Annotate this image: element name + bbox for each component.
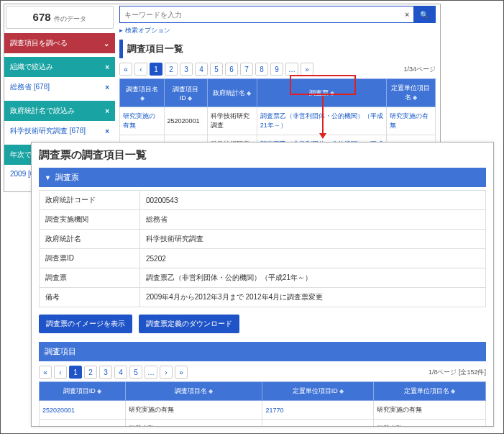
kv-row: 備考2009年4月から2012年3月まで 2012年4月に調査票変更 bbox=[40, 288, 486, 307]
pager-cell[interactable]: 2 bbox=[165, 63, 178, 76]
kv-value: 総務省 bbox=[140, 210, 486, 230]
band-survey[interactable]: ▼ 調査票 bbox=[39, 168, 486, 187]
pager-cell[interactable]: 8 bbox=[255, 63, 268, 76]
kv-row: 調査票ID25202 bbox=[40, 249, 486, 268]
pager-cell[interactable]: 2 bbox=[84, 366, 97, 379]
kv-key: 政府統計コード bbox=[40, 191, 140, 210]
pager-cell[interactable]: 6 bbox=[225, 63, 238, 76]
pager-cell[interactable]: › bbox=[160, 366, 173, 379]
cell[interactable]: 252020001 bbox=[40, 401, 126, 420]
pager-cell[interactable]: 7 bbox=[240, 63, 253, 76]
sub2-label: 科学技術研究調査 [678] bbox=[10, 126, 86, 136]
page-info-front: 1/8ページ [全152件] bbox=[429, 368, 486, 377]
pager-cell[interactable]: « bbox=[39, 366, 52, 379]
search-input[interactable] bbox=[120, 6, 400, 22]
col-header[interactable]: 定置単位項目ID◆ bbox=[262, 382, 373, 401]
col-header[interactable]: 調査項目ID◆ bbox=[164, 79, 207, 107]
band-label: 調査票 bbox=[55, 172, 79, 183]
pager-cell[interactable]: « bbox=[119, 63, 132, 76]
kv-table: 政府統計コード00200543調査実施機関総務省政府統計名科学技術研究調査調査票… bbox=[39, 190, 486, 307]
chevron-down-icon: ⌄ bbox=[104, 40, 109, 48]
kv-value: 科学技術研究調査 bbox=[140, 230, 486, 249]
cell: 研究実施の有無 bbox=[125, 401, 262, 420]
close-icon[interactable]: × bbox=[105, 83, 109, 91]
section-title: 調査項目一覧 bbox=[119, 40, 436, 58]
close-icon[interactable]: × bbox=[105, 127, 109, 135]
kv-key: 備考 bbox=[40, 288, 140, 307]
col-header[interactable]: 調査項目ID◆ bbox=[40, 382, 126, 401]
cell[interactable]: 研究実施の有無 bbox=[386, 107, 435, 135]
table-row: 252020001研究実施の有無21770研究実施の有無 bbox=[40, 401, 486, 420]
cell: 252020001 bbox=[164, 107, 207, 135]
pager-cell[interactable]: ‹ bbox=[134, 63, 147, 76]
kv-value: 25202 bbox=[140, 249, 486, 268]
red-label: 調査項目を調べる bbox=[10, 38, 68, 48]
front-table: 調査項目ID◆調査項目名◆定置単位項目ID◆定置単位項目名◆ 252020001… bbox=[39, 381, 486, 427]
pager-cell[interactable]: 5 bbox=[210, 63, 223, 76]
filter-stat[interactable]: 政府統計名で絞込み × bbox=[4, 101, 115, 121]
pager-cell[interactable]: 3 bbox=[99, 366, 112, 379]
pager-cell[interactable]: ‹ bbox=[54, 366, 67, 379]
search-box: × 🔍 bbox=[119, 6, 436, 23]
col-header[interactable]: 調査項目名◆ bbox=[120, 79, 165, 107]
close-icon[interactable]: × bbox=[105, 107, 109, 115]
pager-cell[interactable]: 3 bbox=[180, 63, 193, 76]
kv-key: 調査票 bbox=[40, 268, 140, 288]
table-row: 研究実施の有無252020001科学技術研究調査調査票乙（非営利団体・公的機関）… bbox=[120, 107, 436, 135]
col-header[interactable]: 定置単位項目名◆ bbox=[373, 382, 485, 401]
cell: 研究実施の有無 bbox=[373, 401, 485, 420]
kv-row: 政府統計名科学技術研究調査 bbox=[40, 230, 486, 249]
kv-value: 00200543 bbox=[140, 191, 486, 210]
kv-key: 調査票ID bbox=[40, 249, 140, 268]
cell: 科学技術研究調査 bbox=[207, 107, 257, 135]
triangle-down-icon: ▼ bbox=[45, 174, 51, 181]
download-def-button[interactable]: 調査票定義のダウンロード bbox=[139, 315, 239, 333]
pager-cell[interactable]: 1 bbox=[69, 366, 82, 379]
filter-org[interactable]: 組織で絞込み × bbox=[4, 57, 115, 77]
pager-cell[interactable]: … bbox=[145, 366, 157, 379]
pager-back: «‹123456789…» bbox=[119, 63, 313, 76]
pager-cell[interactable]: 4 bbox=[195, 63, 208, 76]
page-info-back: 1/34ページ bbox=[403, 65, 436, 74]
cell[interactable]: 28924 bbox=[262, 420, 373, 428]
sidebar-red[interactable]: 調査項目を調べる ⌄ bbox=[4, 33, 115, 53]
search-button[interactable]: 🔍 bbox=[413, 6, 435, 22]
pager-cell[interactable]: … bbox=[285, 63, 298, 76]
pager-cell[interactable]: 9 bbox=[270, 63, 283, 76]
filter-org-value[interactable]: 総務省 [678] × bbox=[4, 77, 115, 97]
band2-label: 調査項目 bbox=[45, 346, 76, 357]
kv-value: 2009年4月から2012年3月まで 2012年4月に調査票変更 bbox=[140, 288, 486, 307]
teal1-label: 組織で絞込み bbox=[10, 62, 53, 72]
filter-stat-value[interactable]: 科学技術研究調査 [678] × bbox=[4, 121, 115, 141]
pager-front: «‹12345…›» bbox=[39, 366, 188, 379]
pager-cell[interactable]: 1 bbox=[150, 63, 162, 76]
kv-row: 調査実施機関総務省 bbox=[40, 210, 486, 230]
col-header[interactable]: 調査項目名◆ bbox=[125, 382, 262, 401]
close-icon[interactable]: × bbox=[105, 63, 109, 71]
kv-row: 調査票調査票乙（非営利団体・公的機関）（平成21年～） bbox=[40, 268, 486, 288]
result-count: 678 件のデータ bbox=[6, 6, 114, 29]
cell[interactable]: 21770 bbox=[262, 401, 373, 420]
cell[interactable]: 研究実施の有無 bbox=[120, 107, 165, 135]
kv-key: 政府統計名 bbox=[40, 230, 140, 249]
pager-cell[interactable]: 5 bbox=[129, 366, 142, 379]
arrow-annotation bbox=[322, 96, 326, 139]
pager-cell[interactable]: 4 bbox=[114, 366, 127, 379]
search-icon: 🔍 bbox=[420, 11, 429, 19]
col-header[interactable]: 政府統計名◆ bbox=[207, 79, 257, 107]
show-image-button[interactable]: 調査票のイメージを表示 bbox=[39, 315, 132, 333]
cell: 従業者数 bbox=[125, 420, 262, 428]
kv-value: 調査票乙（非営利団体・公的機関）（平成21年～） bbox=[140, 268, 486, 288]
table-row: 252020002従業者数28924従業者数_4 bbox=[40, 420, 486, 428]
kv-row: 政府統計コード00200543 bbox=[40, 191, 486, 210]
front-title: 調査票の調査項目一覧 bbox=[39, 147, 486, 168]
pager-cell[interactable]: » bbox=[301, 63, 313, 76]
count-number: 678 bbox=[33, 11, 51, 23]
cell[interactable]: 252020002 bbox=[40, 420, 126, 428]
search-options-link[interactable]: ▸ 検索オプション bbox=[119, 23, 170, 37]
cell: 従業者数_4 bbox=[373, 420, 485, 428]
col-header[interactable]: 定置単位項目名◆ bbox=[386, 79, 435, 107]
pager-cell[interactable]: » bbox=[175, 366, 188, 379]
clear-icon[interactable]: × bbox=[400, 11, 413, 19]
sub1-label: 総務省 [678] bbox=[10, 82, 50, 92]
